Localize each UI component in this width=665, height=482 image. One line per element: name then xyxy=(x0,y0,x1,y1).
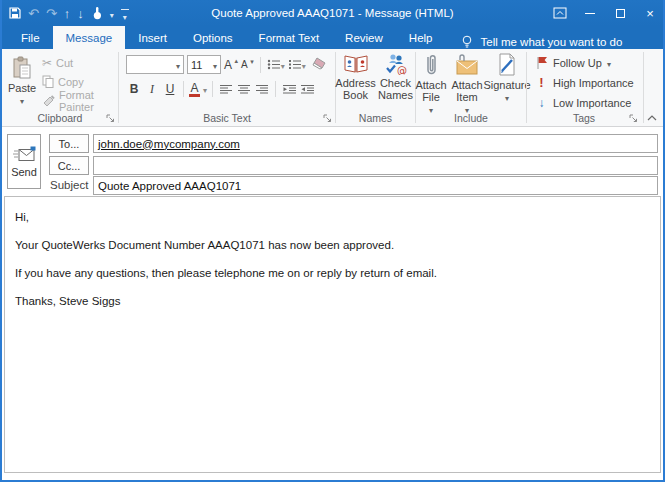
tab-help[interactable]: Help xyxy=(396,26,446,49)
window-controls: × xyxy=(545,0,665,26)
check-names-button[interactable]: @ Check Names xyxy=(377,49,415,107)
format-painter-label: Format Painter xyxy=(59,89,118,113)
separator xyxy=(275,81,276,97)
underline-button[interactable]: U xyxy=(162,80,178,98)
tab-options[interactable]: Options xyxy=(180,26,246,49)
clear-formatting-button[interactable] xyxy=(312,56,327,70)
align-right-button[interactable] xyxy=(254,80,270,98)
attach-file-button[interactable]: Attach File xyxy=(414,49,448,107)
ribbon-tabs: File Message Insert Options Format Text … xyxy=(8,26,445,49)
maximize-button[interactable] xyxy=(605,0,635,26)
send-button[interactable]: Send xyxy=(7,134,41,189)
numbering-button[interactable] xyxy=(288,56,306,74)
shrink-font-button[interactable]: A▾ xyxy=(241,59,254,70)
to-button[interactable]: To... xyxy=(49,134,89,153)
format-painter-button[interactable]: Format Painter xyxy=(42,91,118,110)
message-body[interactable]: Hi, Your QuoteWerks Document Number AAAQ… xyxy=(4,196,661,473)
ribbon: Paste ✂ Cut Copy Forma xyxy=(2,49,663,127)
grow-font-icon: A xyxy=(224,58,232,72)
to-field[interactable]: john.doe@mycompany.com xyxy=(93,134,658,153)
customize-qat-icon[interactable] xyxy=(121,6,129,20)
paste-icon xyxy=(11,56,33,80)
clipboard-dialog-launcher-icon[interactable] xyxy=(105,113,115,123)
basic-text-dialog-launcher-icon[interactable] xyxy=(322,113,332,123)
italic-button[interactable]: I xyxy=(144,80,160,98)
numbering-icon xyxy=(288,59,302,70)
touch-mode-dropdown-icon[interactable] xyxy=(110,4,114,22)
close-button[interactable]: × xyxy=(635,0,665,26)
subject-field[interactable]: Quote Approved AAAQ1071 xyxy=(93,176,658,195)
signature-button[interactable]: Signature xyxy=(486,49,528,107)
decrease-indent-button[interactable] xyxy=(281,80,297,98)
bold-button[interactable]: B xyxy=(126,80,142,98)
font-color-button[interactable]: A xyxy=(189,80,207,98)
paste-button[interactable]: Paste xyxy=(6,52,38,110)
font-name-combo[interactable] xyxy=(126,55,184,74)
follow-up-label: Follow Up xyxy=(553,57,602,69)
previous-item-icon[interactable]: ↑ xyxy=(64,7,71,20)
redo-icon[interactable]: ↷ xyxy=(46,7,57,20)
quick-access-toolbar: ↶ ↷ ↑ ↓ xyxy=(0,0,129,26)
font-size-caret-icon xyxy=(213,59,217,71)
minimize-button[interactable] xyxy=(575,0,605,26)
cut-label: Cut xyxy=(56,57,73,69)
ribbon-tab-row: File Message Insert Options Format Text … xyxy=(0,26,665,49)
bullets-icon xyxy=(267,59,281,70)
subject-value: Quote Approved AAAQ1071 xyxy=(98,180,241,192)
signature-icon xyxy=(497,53,517,77)
grow-caret-icon: ▴ xyxy=(235,57,239,65)
basic-text-row2: B I U A xyxy=(126,80,315,98)
increase-indent-button[interactable] xyxy=(299,80,315,98)
tags-group-label: Tags xyxy=(527,112,641,124)
shrink-caret-icon: ▾ xyxy=(250,58,254,66)
tab-review[interactable]: Review xyxy=(332,26,396,49)
bullets-caret-icon xyxy=(281,58,285,72)
bullets-button[interactable] xyxy=(267,56,285,74)
separator xyxy=(260,57,261,73)
grow-font-button[interactable]: A▴ xyxy=(224,58,238,72)
cut-button[interactable]: ✂ Cut xyxy=(42,53,118,72)
tags-dialog-launcher-icon[interactable] xyxy=(628,113,638,123)
align-right-icon xyxy=(255,84,269,95)
subject-label: Subject xyxy=(50,179,88,191)
svg-text:@: @ xyxy=(397,65,407,75)
collapse-ribbon-icon[interactable] xyxy=(647,115,657,121)
cut-icon: ✂ xyxy=(42,56,52,70)
next-item-icon[interactable]: ↓ xyxy=(77,7,84,20)
tab-message[interactable]: Message xyxy=(53,26,126,49)
paste-dropdown-icon xyxy=(20,94,24,106)
high-importance-button[interactable]: ! High Importance xyxy=(535,74,634,91)
body-paragraph: Your QuoteWerks Document Number AAAQ1071… xyxy=(15,238,650,253)
align-center-button[interactable] xyxy=(236,80,252,98)
ribbon-display-options-icon[interactable] xyxy=(545,0,575,26)
numbering-caret-icon xyxy=(302,58,306,72)
align-left-icon xyxy=(219,84,233,95)
font-size-value: 11 xyxy=(191,59,202,71)
cc-button[interactable]: Cc... xyxy=(49,156,89,175)
titlebar: ↶ ↷ ↑ ↓ Quote Approved AAAQ1071 - Messag… xyxy=(0,0,665,26)
tab-format-text[interactable]: Format Text xyxy=(246,26,333,49)
save-icon[interactable] xyxy=(9,7,21,19)
address-book-button[interactable]: Address Book xyxy=(337,49,375,107)
tab-file[interactable]: File xyxy=(8,26,53,49)
group-separator xyxy=(643,52,644,123)
attach-file-label: Attach File xyxy=(413,79,449,103)
undo-icon[interactable]: ↶ xyxy=(28,7,39,20)
tags-group: Follow Up ! High Importance ↓ Low Import… xyxy=(527,49,641,126)
align-left-button[interactable] xyxy=(218,80,234,98)
basic-text-group-label: Basic Text xyxy=(119,112,335,124)
basic-text-row1: 11 A▴ A▾ xyxy=(126,55,306,74)
low-importance-button[interactable]: ↓ Low Importance xyxy=(535,94,631,111)
tell-me-box[interactable]: Tell me what you want to do xyxy=(461,35,622,49)
send-label: Send xyxy=(11,166,37,178)
include-group-label: Include xyxy=(416,112,526,124)
address-book-label: Address Book xyxy=(335,77,375,101)
attach-file-icon xyxy=(423,53,439,77)
font-name-caret-icon xyxy=(176,59,180,71)
tab-insert[interactable]: Insert xyxy=(125,26,180,49)
follow-up-button[interactable]: Follow Up xyxy=(535,54,611,71)
touch-mouse-mode-icon[interactable] xyxy=(91,6,103,20)
cc-field[interactable] xyxy=(93,156,658,175)
font-size-combo[interactable]: 11 xyxy=(187,55,221,74)
attach-item-button[interactable]: Attach Item xyxy=(450,49,484,107)
